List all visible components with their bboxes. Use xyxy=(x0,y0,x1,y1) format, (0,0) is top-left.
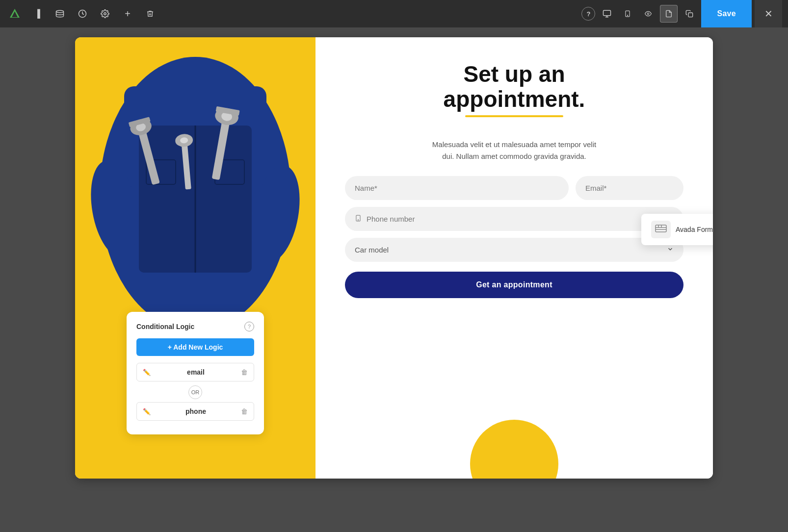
phone-logic-item: ✏️ phone 🗑 xyxy=(136,402,254,421)
phone-input[interactable] xyxy=(367,215,674,223)
toolbar-left: ▐ + xyxy=(6,5,578,23)
panel-title: Conditional Logic xyxy=(136,323,194,330)
panel-header: Conditional Logic ? xyxy=(136,322,254,331)
car-model-select[interactable]: Car model Sedan SUV Truck Van xyxy=(345,238,683,262)
add-logic-button[interactable]: + Add New Logic xyxy=(136,338,254,356)
phone-logic-label: phone xyxy=(151,407,241,415)
file-page-icon[interactable] xyxy=(660,5,678,23)
svg-point-0 xyxy=(56,10,64,13)
svg-rect-35 xyxy=(656,225,666,232)
right-panel: Set up anappointment. Malesuada velit et… xyxy=(315,37,713,479)
submit-button[interactable]: Get an appointment xyxy=(345,272,683,298)
email-input[interactable] xyxy=(576,176,683,200)
edit-phone-icon[interactable]: ✏️ xyxy=(143,408,151,415)
delete-icon[interactable] xyxy=(141,5,159,23)
avada-form-tooltip: Avada Form xyxy=(641,214,713,245)
form-description: Malesuada velit et ut malesuada amet tem… xyxy=(431,139,598,162)
title-underline xyxy=(465,115,563,117)
delete-phone-icon[interactable]: 🗑 xyxy=(241,407,248,415)
email-logic-item: ✏️ email 🗑 xyxy=(136,363,254,381)
email-logic-label: email xyxy=(151,368,241,376)
avada-form-icon xyxy=(651,221,671,238)
history-icon[interactable] xyxy=(74,5,91,23)
car-model-wrapper: Car model Sedan SUV Truck Van xyxy=(345,238,683,262)
page-content: Conditional Logic ? + Add New Logic ✏️ e… xyxy=(75,37,713,479)
copy-page-icon[interactable] xyxy=(681,5,698,23)
svg-point-34 xyxy=(358,220,358,220)
or-divider: OR xyxy=(136,385,254,399)
avada-form-label: Avada Form xyxy=(676,226,713,233)
page-container: Conditional Logic ? + Add New Logic ✏️ e… xyxy=(75,37,713,479)
sidebar-toggle-icon[interactable]: ▐ xyxy=(28,5,46,23)
svg-rect-5 xyxy=(604,10,611,16)
help-icon[interactable]: ? xyxy=(581,7,595,21)
phone-input-wrapper xyxy=(345,207,683,231)
panel-help-icon[interactable]: ? xyxy=(244,322,254,331)
left-panel: Conditional Logic ? + Add New Logic ✏️ e… xyxy=(75,37,315,479)
phone-icon xyxy=(355,215,362,223)
form-title: Set up anappointment. xyxy=(345,62,683,111)
preview-icon[interactable] xyxy=(639,5,657,23)
form-header-area: Set up anappointment. Malesuada velit et… xyxy=(345,62,683,162)
name-email-row xyxy=(345,176,683,200)
desktop-icon[interactable] xyxy=(598,5,616,23)
svg-rect-12 xyxy=(688,13,693,17)
svg-point-4 xyxy=(104,13,106,15)
name-input[interactable] xyxy=(345,176,569,200)
logo-icon[interactable] xyxy=(6,5,24,23)
add-element-icon[interactable]: + xyxy=(119,5,136,23)
delete-email-icon[interactable]: 🗑 xyxy=(241,368,248,376)
layers-icon[interactable] xyxy=(51,5,69,23)
toolbar-right: ? xyxy=(581,0,782,27)
toolbar: ▐ + xyxy=(0,0,788,27)
svg-point-11 xyxy=(648,13,650,15)
conditional-logic-panel: Conditional Logic ? + Add New Logic ✏️ e… xyxy=(127,312,264,434)
settings-icon[interactable] xyxy=(96,5,114,23)
tablet-icon[interactable] xyxy=(619,5,636,23)
close-button[interactable]: ✕ xyxy=(755,0,782,27)
svg-point-10 xyxy=(628,15,628,16)
save-button[interactable]: Save xyxy=(701,0,752,27)
yellow-circle-decoration xyxy=(470,420,558,479)
edit-email-icon[interactable]: ✏️ xyxy=(143,369,151,376)
canvas-area: Conditional Logic ? + Add New Logic ✏️ e… xyxy=(0,27,788,532)
or-badge: OR xyxy=(188,385,202,399)
